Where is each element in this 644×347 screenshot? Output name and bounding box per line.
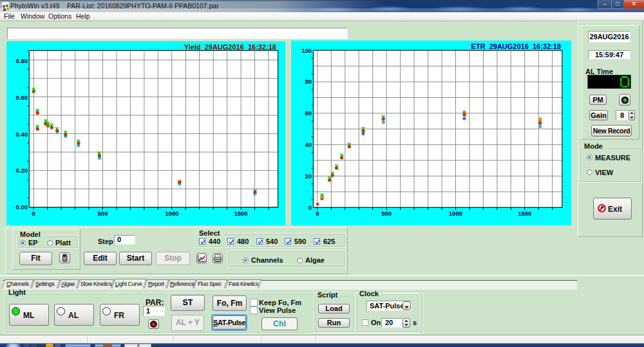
svg-text:ETR 29AUG2016 16:32:18: ETR 29AUG2016 16:32:18 xyxy=(471,42,561,50)
svg-text:0: 0 xyxy=(32,210,35,217)
svg-text:0.80: 0.80 xyxy=(16,57,28,64)
svg-text:100: 100 xyxy=(301,47,312,54)
svg-text:0.60: 0.60 xyxy=(16,94,28,101)
svg-text:1500: 1500 xyxy=(234,210,247,217)
svg-text:1000: 1000 xyxy=(449,210,462,217)
svg-text:20: 20 xyxy=(305,173,312,180)
svg-text:0: 0 xyxy=(316,210,319,217)
svg-text:0.20: 0.20 xyxy=(16,167,28,174)
svg-text:0.40: 0.40 xyxy=(16,131,28,138)
svg-text:0: 0 xyxy=(308,204,312,211)
svg-text:500: 500 xyxy=(98,210,108,217)
svg-text:1500: 1500 xyxy=(518,210,531,217)
svg-text:80: 80 xyxy=(305,78,312,85)
svg-text:500: 500 xyxy=(381,210,392,217)
svg-text:40: 40 xyxy=(305,141,312,148)
svg-text:Yield 29AUG2016 16:32:18: Yield 29AUG2016 16:32:18 xyxy=(184,43,276,51)
svg-text:0.00: 0.00 xyxy=(16,203,28,211)
svg-text:1000: 1000 xyxy=(165,210,178,217)
svg-text:60: 60 xyxy=(305,109,312,117)
